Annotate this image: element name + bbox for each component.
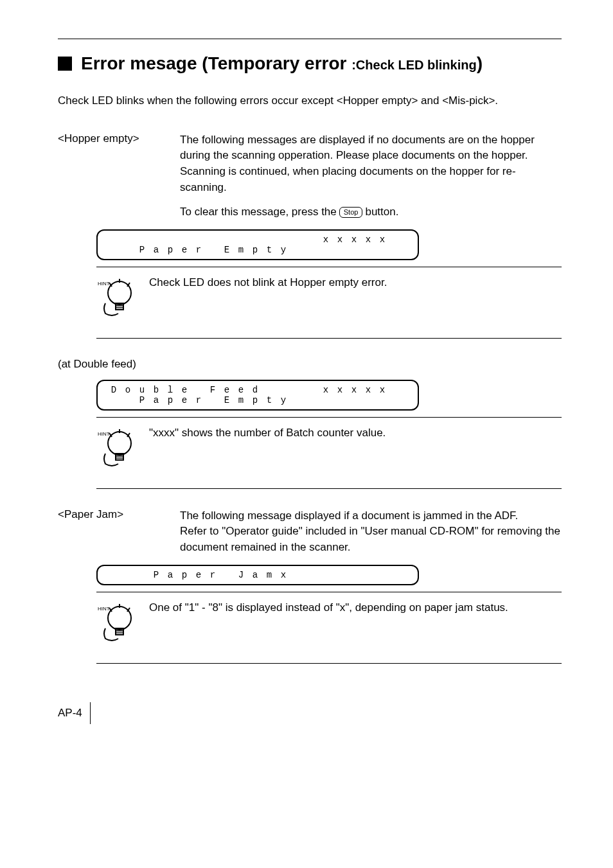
lcd-cell: p	[177, 570, 191, 580]
double-feed-label: (at Double feed)	[58, 358, 180, 371]
lcd-cell: r	[191, 395, 206, 405]
lcd-cell	[276, 235, 290, 245]
hopper-empty-desc: The following messages are displayed if …	[180, 132, 562, 196]
lcd-cell: d	[248, 385, 262, 395]
lcd-cell	[248, 235, 262, 245]
hint-hopper: HINT Check LED does not blink at Hopper …	[96, 267, 562, 339]
lcd-cell	[220, 570, 234, 580]
lcd-cell: x	[361, 235, 375, 245]
lcd-cell: b	[149, 385, 163, 395]
hint-bulb-icon: HINT	[96, 599, 135, 646]
horizontal-rule	[58, 39, 562, 39]
lcd-hopper-empty: xxxxx PaperEmpty	[96, 229, 419, 260]
lcd-double-feed: DoubleFeedxxxxx PaperEmpty	[96, 380, 419, 411]
lcd-cell: J	[234, 570, 248, 580]
lcd-cell: t	[262, 395, 276, 405]
lcd-cell	[206, 235, 220, 245]
lcd-cell	[276, 385, 290, 395]
paper-jam-desc1: The following message displayed if a doc…	[180, 508, 562, 524]
lcd-cell	[361, 395, 375, 405]
lcd-cell	[319, 395, 333, 405]
lcd-cell	[290, 385, 305, 395]
lcd-cell	[347, 570, 361, 580]
lcd-cell	[290, 245, 305, 255]
lcd-cell	[375, 245, 389, 255]
lcd-cell: D	[107, 385, 121, 395]
hint-double-text: "xxxx" shows the number of Batch counter…	[149, 425, 386, 441]
lcd-cell: a	[163, 570, 177, 580]
lcd-paper-jam: PaperJamx	[96, 565, 419, 585]
lcd-cell: a	[149, 395, 163, 405]
lcd-cell: u	[135, 385, 149, 395]
lcd-cell: x	[276, 570, 290, 580]
lcd-cell	[191, 235, 206, 245]
lcd-cell	[262, 385, 276, 395]
lcd-cell	[149, 235, 163, 245]
lcd-cell: x	[347, 385, 361, 395]
paper-jam-desc2: Refer to "Operator guide" included in "U…	[180, 524, 562, 555]
title-main: Error mesage (Temporary error	[81, 53, 351, 73]
lcd-cell: x	[333, 385, 347, 395]
lcd-cell: e	[220, 385, 234, 395]
lcd-cell	[107, 570, 121, 580]
lcd-cell: m	[234, 245, 248, 255]
lcd-cell	[319, 245, 333, 255]
lcd-cell	[305, 385, 319, 395]
lcd-cell: P	[135, 395, 149, 405]
lcd-cell	[347, 245, 361, 255]
lcd-cell: o	[121, 385, 135, 395]
lcd-cell	[375, 570, 389, 580]
lcd-cell	[121, 235, 135, 245]
lcd-cell	[107, 395, 121, 405]
lcd-cell	[333, 570, 347, 580]
lcd-cell: y	[276, 245, 290, 255]
lcd-cell: P	[135, 245, 149, 255]
lcd-cell	[333, 245, 347, 255]
svg-text:HINT: HINT	[98, 281, 110, 287]
lcd-cell: p	[163, 395, 177, 405]
lcd-cell: P	[149, 570, 163, 580]
lcd-cell	[177, 235, 191, 245]
paper-jam-label: <Paper Jam>	[58, 508, 180, 556]
lcd-cell: r	[191, 245, 206, 255]
lcd-cell	[135, 570, 149, 580]
lcd-cell: x	[361, 385, 375, 395]
bullet-square-icon	[58, 57, 72, 71]
lcd-cell	[121, 395, 135, 405]
lcd-cell	[290, 395, 305, 405]
page-footer: AP-4	[58, 702, 562, 724]
section-title: Error mesage (Temporary error :Check LED…	[58, 53, 562, 74]
clear-msg-pre: To clear this message, press the	[180, 204, 337, 220]
lcd-cell	[107, 245, 121, 255]
lcd-cell	[361, 570, 375, 580]
footer-divider	[90, 702, 91, 724]
lcd-cell: e	[234, 385, 248, 395]
lcd-cell: a	[248, 570, 262, 580]
lcd-cell	[319, 570, 333, 580]
title-sub: :Check LED blinking	[351, 58, 476, 72]
stop-button-icon: Stop	[339, 207, 363, 218]
lcd-cell	[121, 570, 135, 580]
lcd-cell	[305, 245, 319, 255]
lcd-cell	[290, 235, 305, 245]
lcd-cell: e	[177, 385, 191, 395]
svg-text:HINT: HINT	[98, 606, 110, 612]
lcd-cell	[305, 235, 319, 245]
lcd-cell: p	[163, 245, 177, 255]
lcd-cell	[206, 245, 220, 255]
clear-msg-post: button.	[365, 204, 398, 220]
lcd-cell: t	[262, 245, 276, 255]
lcd-cell: p	[248, 245, 262, 255]
lcd-cell: m	[262, 570, 276, 580]
lcd-cell: e	[177, 395, 191, 405]
lcd-cell: F	[206, 385, 220, 395]
lcd-cell	[206, 395, 220, 405]
lcd-cell	[135, 235, 149, 245]
lcd-cell: a	[149, 245, 163, 255]
lcd-cell	[290, 570, 305, 580]
lcd-cell: l	[163, 385, 177, 395]
lcd-cell	[347, 395, 361, 405]
hint-bulb-icon: HINT	[96, 274, 135, 321]
lcd-cell: x	[375, 235, 389, 245]
lcd-cell: E	[220, 395, 234, 405]
